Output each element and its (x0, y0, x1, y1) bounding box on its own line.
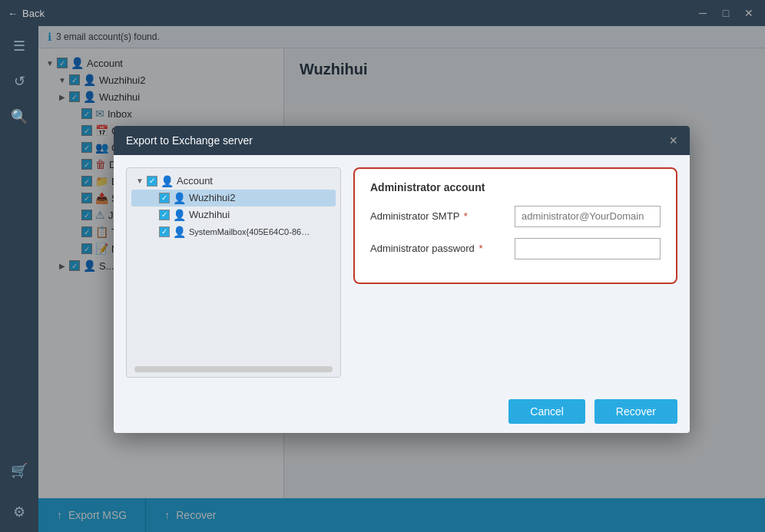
maximize-button[interactable]: □ (717, 5, 734, 21)
modal-tree-item-system[interactable]: ✓ 👤 SystemMailbox{405E64C0-864... (131, 223, 336, 240)
sidebar-icon-history[interactable]: ↺ (5, 68, 33, 95)
title-bar-left: ← Back (8, 8, 45, 19)
sidebar-icon-menu[interactable]: ☰ (5, 32, 33, 60)
window-controls: ─ □ ✕ (694, 5, 757, 21)
minimize-button[interactable]: ─ (694, 5, 711, 21)
account-icon: 👤 (161, 175, 174, 187)
admin-section-title: Administrator account (370, 181, 661, 193)
smtp-input[interactable] (515, 206, 661, 227)
back-arrow-icon: ← (8, 8, 18, 19)
modal-footer: Cancel Recover (114, 390, 690, 433)
modal-tree-item-account[interactable]: ▼ ✓ 👤 Account (131, 173, 336, 190)
title-bar: ← Back ─ □ ✕ (0, 0, 765, 26)
back-button[interactable]: ← Back (8, 8, 45, 19)
checkbox[interactable]: ✓ (159, 210, 170, 220)
tree-label: Wuzhihui2 (189, 192, 235, 203)
scrollbar[interactable] (134, 366, 333, 372)
modal-close-button[interactable]: × (669, 134, 677, 147)
checkbox[interactable]: ✓ (159, 193, 170, 203)
cancel-button[interactable]: Cancel (508, 399, 585, 424)
back-label: Back (22, 8, 45, 19)
required-star: * (464, 210, 468, 222)
expand-icon: ▼ (134, 176, 145, 187)
tree-label: Account (177, 175, 213, 187)
modal-overlay: Export to Exchange server × ▼ ✓ 👤 Accoun… (38, 26, 765, 532)
password-input[interactable] (515, 238, 661, 259)
modal-tree-item-wuzhihui[interactable]: ✓ 👤 Wuzhihui (131, 207, 336, 223)
password-row: Administrator password * (370, 238, 661, 259)
modal-tree: ▼ ✓ 👤 Account ✓ 👤 Wuzhihui2 ✓ 👤 (126, 167, 341, 378)
modal-tree-item-wuzhihui2[interactable]: ✓ 👤 Wuzhihui2 (131, 190, 336, 207)
close-button[interactable]: ✕ (740, 5, 757, 21)
password-label: Administrator password * (370, 243, 508, 254)
modal-recover-button[interactable]: Recover (594, 399, 677, 424)
sidebar-icon-cart[interactable]: 🛒 (5, 457, 33, 484)
smtp-row: Administrator SMTP * (370, 206, 661, 227)
sidebar-icon-search[interactable]: 🔍 (5, 103, 33, 131)
sidebar-icon-settings[interactable]: ⚙ (5, 498, 33, 526)
sidebar: ☰ ↺ 🔍 🛒 ⚙ (0, 26, 38, 532)
person-icon: 👤 (173, 209, 186, 221)
tree-label: SystemMailbox{405E64C0-864... (189, 227, 312, 236)
checkbox[interactable]: ✓ (147, 176, 157, 187)
admin-form: Administrator account Administrator SMTP… (353, 167, 677, 378)
person-icon: 👤 (173, 192, 186, 204)
expand-icon (147, 193, 157, 203)
modal-dialog: Export to Exchange server × ▼ ✓ 👤 Accoun… (114, 126, 690, 433)
modal-header: Export to Exchange server × (114, 126, 690, 155)
required-star: * (479, 243, 482, 254)
expand-icon (147, 226, 157, 237)
modal-title: Export to Exchange server (126, 134, 253, 147)
expand-icon (147, 210, 157, 220)
modal-body: ▼ ✓ 👤 Account ✓ 👤 Wuzhihui2 ✓ 👤 (114, 155, 690, 390)
tree-label: Wuzhihui (189, 209, 230, 220)
person-icon: 👤 (173, 226, 186, 238)
smtp-label: Administrator SMTP * (370, 210, 508, 222)
admin-section: Administrator account Administrator SMTP… (353, 167, 677, 284)
checkbox[interactable]: ✓ (159, 226, 170, 237)
